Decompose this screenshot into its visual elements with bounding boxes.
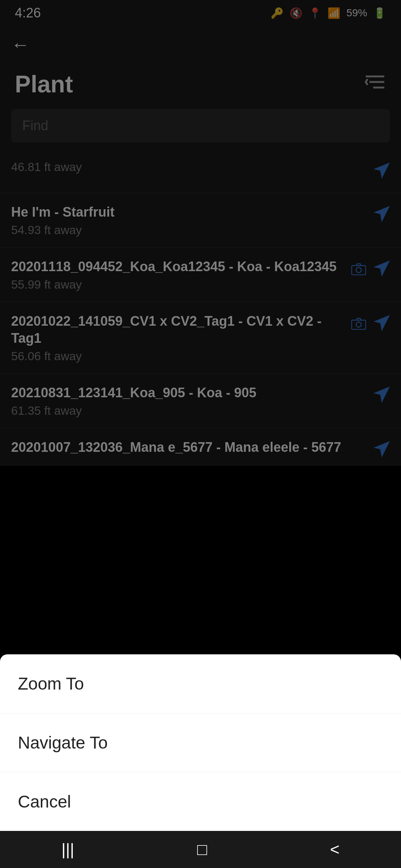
- back-nav-button[interactable]: <: [330, 840, 340, 859]
- zoom-to-option[interactable]: Zoom To: [0, 654, 401, 713]
- zoom-to-label: Zoom To: [18, 674, 84, 693]
- recents-button[interactable]: |||: [62, 840, 74, 859]
- bottom-navigation: ||| □ <: [0, 831, 401, 868]
- cancel-label: Cancel: [18, 792, 71, 811]
- cancel-option[interactable]: Cancel: [0, 772, 401, 831]
- context-menu: Zoom To Navigate To Cancel: [0, 654, 401, 831]
- navigate-to-option[interactable]: Navigate To: [0, 713, 401, 772]
- navigate-to-label: Navigate To: [18, 733, 108, 752]
- home-button[interactable]: □: [197, 840, 207, 859]
